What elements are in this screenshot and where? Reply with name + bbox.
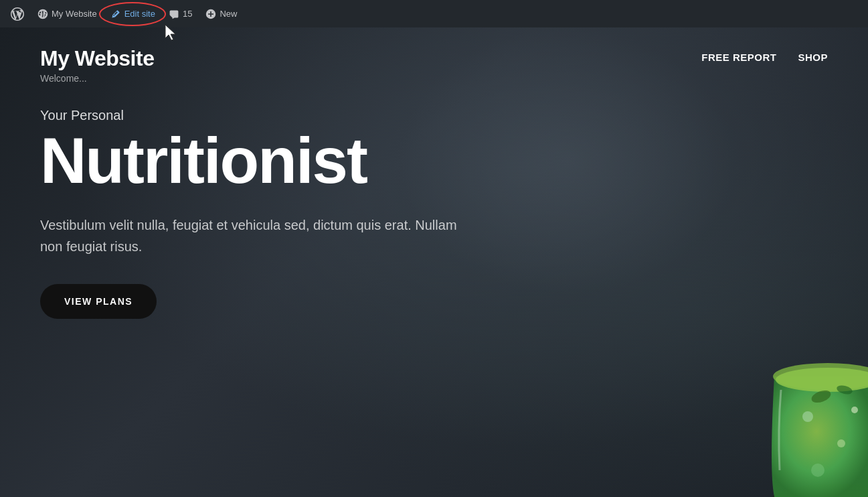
comments-button[interactable]: 15 <box>163 0 197 27</box>
hero-content: Your Personal Nutritionist Vestibulum ve… <box>40 108 468 319</box>
svg-point-5 <box>811 464 824 477</box>
site-branding: My Website Welcome... <box>40 46 154 84</box>
view-plans-button[interactable]: VIEW PLANS <box>40 284 157 319</box>
svg-point-6 <box>851 407 858 413</box>
pencil-icon <box>110 9 121 19</box>
my-website-link[interactable]: My Website <box>32 0 102 27</box>
site-tagline: Welcome... <box>40 73 154 84</box>
site-content: My Website Welcome... FREE REPORT SHOP Y… <box>0 27 868 497</box>
hero-subtitle: Your Personal <box>40 108 468 123</box>
edit-site-button[interactable]: Edit site <box>105 0 161 27</box>
site-title: My Website <box>40 46 154 71</box>
new-content-button[interactable]: New <box>200 0 242 27</box>
shop-link[interactable]: SHOP <box>798 52 828 63</box>
plus-icon <box>205 9 216 19</box>
admin-bar: My Website Edit site 15 New <box>0 0 868 27</box>
svg-point-3 <box>802 411 813 422</box>
hero-description: Vestibulum velit nulla, feugiat et vehic… <box>40 214 468 257</box>
new-label: New <box>220 9 237 19</box>
wordpress-icon <box>11 7 24 21</box>
comments-count: 15 <box>183 9 192 19</box>
edit-site-label: Edit site <box>124 9 155 19</box>
smoothie-image <box>701 296 868 497</box>
comments-icon <box>169 9 179 19</box>
my-sites-icon <box>37 9 48 19</box>
my-website-label: My Website <box>52 9 97 19</box>
site-header: My Website Welcome... FREE REPORT SHOP <box>0 27 868 97</box>
site-nav: FREE REPORT SHOP <box>701 46 828 63</box>
svg-point-4 <box>837 439 845 447</box>
hero-title: Nutritionist <box>40 129 468 193</box>
wp-logo-button[interactable] <box>5 0 29 27</box>
free-report-link[interactable]: FREE REPORT <box>701 52 776 63</box>
